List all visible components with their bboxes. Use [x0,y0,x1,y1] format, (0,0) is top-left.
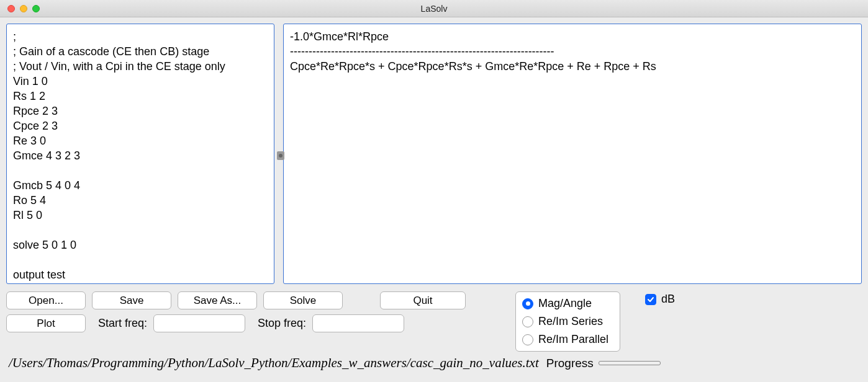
button-row-2: Plot Start freq: Stop freq: [6,314,466,332]
radio-label: Mag/Angle [538,297,592,310]
progress-bar [599,361,661,365]
solve-button[interactable]: Solve [263,291,343,309]
save-button[interactable]: Save [92,291,171,309]
stop-freq-input[interactable] [312,314,404,332]
open-button[interactable]: Open... [6,291,86,309]
radio-icon [522,298,533,309]
controls-row: Open... Save Save As... Solve Quit Plot … [6,291,862,352]
save-as-button[interactable]: Save As... [178,291,257,309]
radio-icon [522,334,533,345]
stop-freq-label: Stop freq: [258,317,306,330]
db-checkbox-wrap[interactable]: dB [645,293,675,306]
window-controls [7,5,40,12]
plot-button[interactable]: Plot [6,314,86,332]
radio-mag-angle[interactable]: Mag/Angle [522,297,608,310]
maximize-icon[interactable] [32,5,40,12]
close-icon[interactable] [7,5,15,12]
status-bar: /Users/Thomas/Programming/Python/LaSolv_… [6,354,862,372]
output-viewer[interactable]: -1.0*Gmce*Rl*Rpce ----------------------… [283,24,862,284]
app-window: LaSolv ; ; Gain of a cascode (CE then CB… [0,0,868,382]
start-freq-input[interactable] [153,314,245,332]
radio-reim-series[interactable]: Re/Im Series [522,315,608,328]
left-controls: Open... Save Save As... Solve Quit Plot … [6,291,466,332]
checkbox-icon [645,294,656,305]
status-path: /Users/Thomas/Programming/Python/LaSolv_… [9,355,539,371]
content-area: ; ; Gain of a cascode (CE then CB) stage… [0,17,868,382]
progress-label: Progress [546,357,594,370]
radio-icon [522,316,533,327]
button-row-1: Open... Save Save As... Solve Quit [6,291,466,309]
minimize-icon[interactable] [20,5,27,12]
editor-panels: ; ; Gain of a cascode (CE then CB) stage… [6,24,862,284]
quit-button[interactable]: Quit [380,291,466,309]
radio-label: Re/Im Series [538,315,603,328]
window-title: LaSolv [421,4,448,14]
db-label: dB [661,293,675,306]
radio-reim-parallel[interactable]: Re/Im Parallel [522,333,608,346]
radio-label: Re/Im Parallel [538,333,608,346]
plot-mode-radios: Mag/Angle Re/Im Series Re/Im Parallel [515,291,620,352]
titlebar: LaSolv [0,0,868,17]
start-freq-label: Start freq: [98,317,147,330]
split-handle-icon[interactable] [277,151,284,160]
input-editor[interactable]: ; ; Gain of a cascode (CE then CB) stage… [6,24,274,284]
